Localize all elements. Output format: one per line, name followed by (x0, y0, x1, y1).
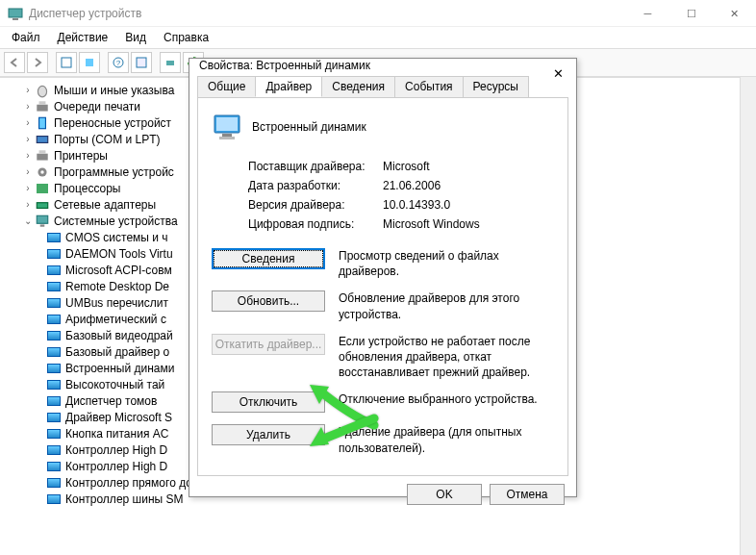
tab-general[interactable]: Общие (197, 76, 256, 97)
menu-action[interactable]: Действие (50, 29, 116, 46)
driver-details-desc: Просмотр сведений о файлах драйверов. (339, 248, 554, 279)
category-icon (35, 149, 50, 163)
svg-rect-9 (37, 104, 47, 111)
value-date: 21.06.2006 (383, 179, 554, 192)
expander-icon[interactable]: › (21, 183, 35, 193)
svg-rect-12 (37, 136, 47, 142)
ok-button[interactable]: OK (407, 484, 482, 505)
svg-rect-22 (222, 134, 232, 137)
uninstall-button[interactable]: Удалить (212, 424, 325, 445)
tool-view[interactable] (131, 52, 152, 73)
category-label: Принтеры (54, 149, 108, 163)
category-icon (35, 84, 50, 97)
device-item-label: CMOS системы и ч (65, 231, 168, 244)
vertical-scrollbar[interactable] (740, 77, 756, 555)
tab-driver[interactable]: Драйвер (255, 76, 322, 97)
device-item-icon (46, 492, 62, 506)
svg-point-16 (40, 170, 43, 173)
tool-back[interactable] (4, 52, 25, 73)
expander-icon[interactable]: › (21, 134, 35, 144)
dialog-tabs: Общие Драйвер Сведения События Ресурсы (197, 76, 568, 97)
value-provider: Microsoft (383, 160, 554, 173)
tab-events[interactable]: События (394, 76, 464, 97)
device-item-icon (46, 460, 62, 473)
category-icon (35, 116, 50, 130)
tab-details[interactable]: Сведения (321, 76, 395, 97)
device-item-label: Контроллер шины SM (65, 492, 183, 506)
device-item-icon (46, 411, 62, 424)
svg-rect-23 (219, 137, 235, 139)
category-label: Сетевые адаптеры (54, 198, 156, 212)
menu-view[interactable]: Вид (117, 29, 154, 46)
expander-icon[interactable]: › (21, 150, 35, 161)
device-item-label: Контроллер High D (65, 460, 167, 473)
expander-icon[interactable]: ⌄ (21, 215, 35, 226)
menu-help[interactable]: Справка (156, 29, 216, 46)
label-date: Дата разработки: (248, 179, 383, 192)
label-provider: Поставщик драйвера: (248, 160, 383, 173)
menu-file[interactable]: Файл (4, 29, 48, 46)
device-item-icon (46, 296, 62, 310)
close-button[interactable]: ✕ (713, 0, 756, 27)
svg-rect-1 (13, 18, 18, 20)
svg-rect-21 (216, 117, 238, 131)
svg-rect-3 (86, 59, 93, 66)
value-signer: Microsoft Windows (383, 217, 554, 231)
device-item-label: Базовый видеодрай (65, 329, 173, 342)
device-item-icon (46, 280, 62, 293)
category-label: Порты (COM и LPT) (54, 133, 161, 146)
category-icon (35, 100, 50, 114)
device-item-icon (46, 378, 62, 391)
device-item-label: UMBus перечислит (65, 296, 168, 310)
tool-properties[interactable] (56, 52, 77, 73)
device-item-label: Кнопка питания AC (65, 427, 168, 441)
device-item-label: Remote Desktop De (65, 280, 169, 293)
cancel-button[interactable]: Отмена (490, 484, 565, 505)
minimize-button[interactable]: ─ (626, 0, 669, 27)
tool-forward[interactable] (27, 52, 48, 73)
expander-icon[interactable]: › (21, 166, 35, 177)
tab-resources[interactable]: Ресурсы (463, 76, 529, 97)
svg-rect-17 (37, 202, 47, 208)
svg-rect-7 (166, 61, 174, 65)
driver-details-button[interactable]: Сведения (212, 248, 325, 269)
device-item-label: Контроллер High D (65, 443, 167, 457)
disable-desc: Отключение выбранного устройства. (339, 391, 538, 407)
rollback-driver-button: Откатить драйвер... (212, 334, 325, 355)
category-icon (35, 133, 50, 146)
value-version: 10.0.14393.0 (383, 198, 554, 212)
tool-help[interactable]: ? (108, 52, 129, 73)
disable-button[interactable]: Отключить (212, 391, 325, 413)
update-driver-button[interactable]: Обновить... (212, 290, 325, 312)
device-item-icon (46, 427, 62, 441)
tool-filter[interactable] (79, 52, 100, 73)
category-label: Мыши и иные указыва (54, 84, 174, 97)
expander-icon[interactable]: › (21, 101, 35, 112)
expander-icon[interactable]: › (21, 85, 35, 95)
rollback-driver-desc: Если устройство не работает после обновл… (339, 334, 554, 381)
svg-rect-2 (62, 58, 71, 67)
dialog-close-button[interactable]: ✕ (549, 64, 567, 82)
svg-rect-11 (39, 117, 46, 128)
window-title: Диспетчер устройств (29, 7, 141, 20)
label-signer: Цифровая подпись: (248, 217, 383, 231)
expander-icon[interactable]: › (21, 199, 35, 210)
device-item-icon (46, 394, 62, 408)
device-item-icon (46, 313, 62, 326)
driver-tab-panel: Встроенный динамик Поставщик драйвера: M… (197, 97, 568, 476)
maximize-button[interactable]: ☐ (669, 0, 713, 27)
device-item-label: Арифметический с (65, 313, 166, 326)
device-item-icon (46, 264, 62, 277)
category-label: Программные устройс (54, 165, 174, 179)
device-icon (212, 112, 242, 142)
tool-scan[interactable] (160, 52, 181, 73)
category-label: Очереди печати (54, 100, 140, 114)
device-item-icon (46, 362, 62, 375)
menu-bar: Файл Действие Вид Справка (0, 27, 756, 48)
category-icon (35, 182, 50, 195)
device-item-icon (46, 231, 62, 244)
device-item-label: Диспетчер томов (65, 394, 157, 408)
device-item-icon (46, 345, 62, 359)
device-item-label: Драйвер Microsoft S (65, 411, 172, 424)
expander-icon[interactable]: › (21, 117, 35, 128)
